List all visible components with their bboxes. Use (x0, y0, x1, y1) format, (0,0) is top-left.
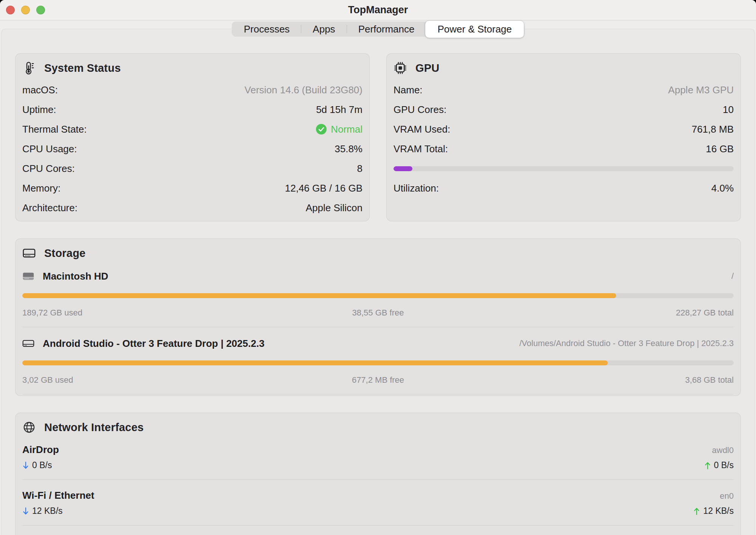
system-status-panel: System Status macOS: Version 14.6 (Build… (15, 53, 370, 221)
volume-path: /Volumes/Android Studio - Otter 3 Featur… (519, 339, 734, 348)
interface-speeds: 12 KB/s 12 KB/s (22, 506, 734, 516)
window-title: TopManager (0, 0, 756, 20)
volume-name: Android Studio - Otter 3 Feature Drop | … (43, 338, 265, 349)
panel-title: GPU (415, 62, 439, 74)
upload-speed: 12 KB/s (703, 506, 734, 516)
tab-bar-wrap: Processes Apps Performance Power & Stora… (0, 22, 756, 37)
row-vram-used: VRAM Used: 761,8 MB (392, 119, 735, 139)
row-thermal-state: Thermal State: Normal (21, 119, 364, 139)
row-divider (22, 525, 734, 526)
interface-row: AirDrop awdl0 0 B/s 0 B/s (21, 444, 735, 480)
download-speed: 0 B/s (32, 460, 52, 470)
upload-arrow-icon (693, 507, 700, 516)
checkmark-circle-icon (316, 124, 327, 135)
volume-usage-bar-fill (22, 293, 616, 298)
volume-row: Macintosh HD / 189,72 GB used 38,55 GB f… (21, 269, 735, 327)
thermal-state-value: Normal (331, 124, 363, 135)
row-uptime: Uptime: 5d 15h 7m (21, 100, 364, 119)
internal-drive-icon (22, 247, 36, 259)
app-window: TopManager Processes Apps Performance Po… (0, 0, 756, 535)
volume-stats: 189,72 GB used 38,55 GB free 228,27 GB t… (22, 308, 734, 318)
row-macos: macOS: Version 14.6 (Build 23G80) (21, 80, 364, 100)
row-divider (22, 327, 734, 327)
storage-panel: Storage Macintosh HD / (15, 238, 741, 396)
row-architecture: Architecture: Apple Silicon (21, 198, 364, 218)
volume-usage-bar-track (22, 360, 734, 365)
volume-usage-bar-fill (22, 360, 608, 365)
interface-name: AirDrop (22, 444, 59, 456)
row-memory: Memory: 12,46 GB / 16 GB (21, 178, 364, 198)
tab-processes[interactable]: Processes (232, 22, 301, 37)
row-utilization: Utilization: 4.0% (392, 178, 735, 198)
row-vram-total: VRAM Total: 16 GB (392, 139, 735, 159)
thermometer-icon (22, 62, 36, 74)
download-speed: 12 KB/s (32, 506, 63, 516)
tab-bar: Processes Apps Performance Power & Stora… (232, 22, 524, 37)
interface-speeds: 0 B/s 0 B/s (22, 460, 734, 470)
tab-apps[interactable]: Apps (301, 22, 346, 37)
volume-stats: 3,02 GB used 677,2 MB free 3,68 GB total (22, 375, 734, 385)
interface-id: en0 (720, 491, 734, 501)
interface-row: Wi-Fi / Ethernet en0 12 KB/s 12 KB/s (21, 490, 735, 526)
internal-drive-filled-icon (22, 271, 35, 281)
upload-speed: 0 B/s (714, 460, 734, 470)
row-gpu-cores: GPU Cores: 10 (392, 100, 735, 119)
external-drive-icon (22, 338, 35, 349)
row-cpu-cores: CPU Cores: 8 (21, 159, 364, 178)
download-arrow-icon (22, 507, 29, 516)
row-gpu-name: Name: Apple M3 GPU (392, 80, 735, 100)
interface-name: Wi-Fi / Ethernet (22, 490, 94, 501)
gpu-panel: GPU Name: Apple M3 GPU GPU Cores: 10 VRA… (386, 53, 741, 221)
vram-usage-bar-track (393, 166, 734, 171)
row-divider (22, 394, 734, 394)
panel-title: Network Interfaces (44, 421, 144, 434)
titlebar: TopManager (0, 0, 756, 20)
panel-title: Storage (44, 247, 85, 260)
interface-id: awdl0 (712, 445, 734, 455)
volume-path: / (731, 271, 734, 281)
gpu-header: GPU (392, 61, 735, 75)
volume-row: Android Studio - Otter 3 Feature Drop | … (21, 336, 735, 394)
vram-usage-bar-fill (393, 166, 412, 171)
vram-usage-bar-row (392, 159, 735, 178)
tab-performance[interactable]: Performance (347, 22, 426, 37)
row-divider (22, 479, 734, 480)
tab-power-storage[interactable]: Power & Storage (425, 21, 524, 38)
network-interfaces-panel: Network Interfaces AirDrop awdl0 0 B/s (15, 413, 741, 535)
globe-icon (22, 421, 36, 433)
upload-arrow-icon (704, 461, 711, 470)
volume-name: Macintosh HD (43, 271, 108, 282)
system-status-header: System Status (21, 61, 364, 75)
panel-title: System Status (44, 62, 121, 74)
download-arrow-icon (22, 461, 29, 470)
volume-usage-bar-track (22, 293, 734, 298)
cpu-chip-icon (393, 62, 407, 74)
storage-header: Storage (21, 246, 735, 260)
network-header: Network Interfaces (21, 421, 735, 434)
row-cpu-usage: CPU Usage: 35.8% (21, 139, 364, 159)
